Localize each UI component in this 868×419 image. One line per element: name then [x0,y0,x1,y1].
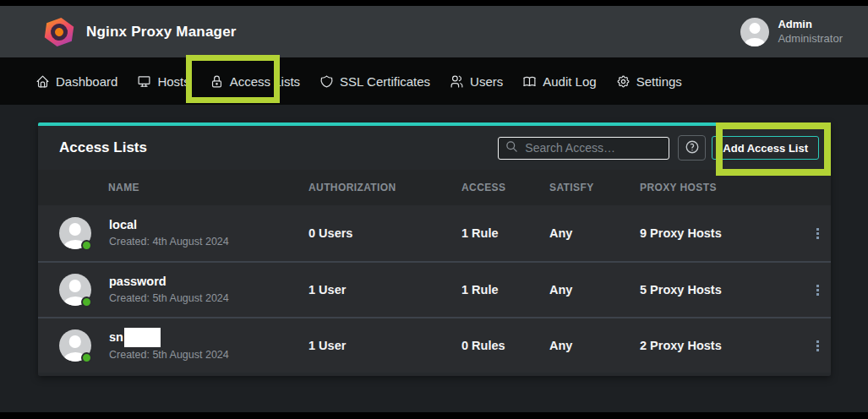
redaction-box [124,328,161,347]
monitor-icon [137,74,151,89]
row-menu-button[interactable] [807,220,829,246]
home-icon [35,74,50,89]
help-button[interactable] [678,135,706,161]
add-access-list-button[interactable]: Add Access List [712,136,819,160]
user-role: Administrator [778,32,843,46]
gear-icon [616,74,631,89]
avatar-person-icon [69,280,81,291]
column-header-access: ACCESS [461,182,549,193]
book-icon [522,74,537,89]
avatar-person-icon [69,335,81,347]
search-icon [505,140,518,156]
column-header-proxy-hosts: PROXY HOSTS [640,182,801,193]
user-menu[interactable]: Admin Administrator [740,18,843,46]
satisfy-value: Any [549,226,640,240]
authorization-value: 1 User [308,283,461,297]
nav-item-access-lists[interactable]: Access Lists [210,74,300,89]
proxy-hosts-value: 5 Proxy Hosts [640,283,801,297]
lock-icon [210,74,224,89]
column-header-satisfy: SATISFY [549,182,640,193]
nav-item-users[interactable]: Users [450,74,503,89]
row-menu-button[interactable] [807,277,829,302]
nginx-proxy-manager-logo-icon [42,14,77,49]
nav-item-settings[interactable]: Settings [616,74,682,89]
access-value: 0 Rules [461,339,549,352]
table-row: password Created: 5th August 2024 1 User… [38,261,831,317]
proxy-hosts-value: 9 Proxy Hosts [640,226,801,240]
help-icon [685,139,700,157]
nav-item-hosts[interactable]: Hosts [137,74,189,89]
avatar-person-icon [69,223,81,235]
table-header: NAME AUTHORIZATION ACCESS SATISFY PROXY … [38,170,831,205]
nav-item-audit-log[interactable]: Audit Log [522,74,596,89]
top-letterbox [0,0,868,6]
satisfy-value: Any [549,283,640,297]
proxy-hosts-value: 2 Proxy Hosts [640,339,801,352]
row-menu-button[interactable] [807,333,829,358]
shield-icon [319,74,334,89]
row-avatar [59,274,91,306]
column-header-name: NAME [38,182,308,193]
app-header: Nginx Proxy Manager Admin Administrator [0,6,868,57]
app-title: Nginx Proxy Manager [86,24,237,41]
authorization-value: 1 User [308,339,461,352]
nav-item-ssl-certificates[interactable]: SSL Certificates [319,74,430,89]
column-header-authorization: AUTHORIZATION [308,182,461,193]
search-input[interactable] [525,141,662,155]
brand-link[interactable]: Nginx Proxy Manager [44,17,237,47]
nav-item-dashboard[interactable]: Dashboard [35,74,117,89]
users-icon [450,74,464,89]
row-avatar [59,217,91,249]
table-row: sn Created: 5th August 2024 1 User 0 Rul… [38,317,831,373]
avatar-person-icon [750,23,761,34]
created-date: Created: 4th August 2024 [109,234,229,249]
created-date: Created: 5th August 2024 [109,347,229,362]
access-list-name: password [109,273,229,291]
user-avatar [740,18,769,46]
access-lists-panel: Access Lists Add Access List NAME AUTHOR… [38,122,831,376]
search-box [498,137,669,160]
created-date: Created: 5th August 2024 [109,291,229,306]
online-status-dot [81,297,92,307]
online-status-dot [81,240,92,251]
page-title: Access Lists [59,139,147,156]
satisfy-value: Any [549,339,640,352]
access-list-name: local [109,216,229,234]
table-row: local Created: 4th August 2024 0 Users 1… [38,205,831,261]
authorization-value: 0 Users [308,226,461,240]
main-nav: Dashboard Hosts Access Lists SSL Certifi… [0,57,868,105]
user-name: Admin [778,18,843,31]
online-status-dot [81,352,92,363]
bottom-letterbox [0,412,868,419]
access-value: 1 Rule [461,283,549,297]
access-value: 1 Rule [461,226,549,240]
row-avatar [59,329,91,362]
panel-header: Access Lists Add Access List [38,126,831,170]
access-list-name: sn [109,328,229,347]
